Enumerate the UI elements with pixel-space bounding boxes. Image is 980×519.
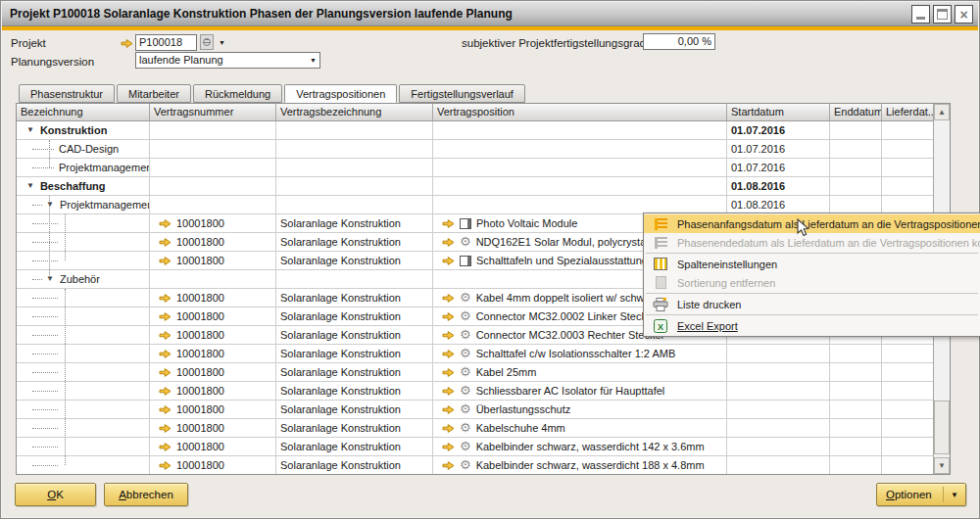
cell-bezeichnung bbox=[17, 233, 150, 251]
cell-vertragsbezeichnung bbox=[276, 270, 433, 288]
cell-vertragsposition: ⚙Kabel 25mm bbox=[433, 363, 727, 381]
link-arrow-icon[interactable] bbox=[159, 460, 172, 471]
link-arrow-icon[interactable] bbox=[159, 330, 172, 341]
planungsversion-value: laufende Planung bbox=[139, 54, 223, 67]
link-arrow-icon[interactable] bbox=[442, 404, 455, 415]
planungsversion-select[interactable]: laufende Planung ▼ bbox=[135, 52, 320, 69]
link-arrow-icon[interactable] bbox=[159, 237, 172, 248]
table-row[interactable]: 10001800Solaranlage Konstruktion⚙Schaltt… bbox=[17, 345, 935, 363]
link-arrow-icon[interactable] bbox=[121, 38, 133, 49]
table-row[interactable]: Projektmanagement01.07.2016 bbox=[17, 159, 935, 177]
tab-mitarbeiter[interactable]: Mitarbeiter bbox=[117, 84, 191, 103]
cell-vertragsbezeichnung: Solaranlage Konstruktion bbox=[276, 233, 433, 251]
projekt-dropdown-icon[interactable]: ▼ bbox=[219, 39, 225, 46]
link-arrow-icon[interactable] bbox=[159, 311, 172, 322]
table-row[interactable]: 10001800Solaranlage Konstruktion⚙Kabel 2… bbox=[17, 363, 935, 382]
table-row[interactable]: 10001800Solaranlage Konstruktion⚙Kabelsc… bbox=[17, 419, 935, 438]
column-header[interactable]: Enddatum bbox=[830, 104, 882, 120]
planungsversion-label: Planungsversion bbox=[11, 56, 94, 68]
table-row[interactable]: 10001800Solaranlage Konstruktion⚙Überlas… bbox=[17, 401, 935, 419]
link-arrow-icon[interactable] bbox=[442, 460, 455, 471]
link-arrow-icon[interactable] bbox=[442, 237, 455, 248]
ok-button[interactable]: OK bbox=[15, 483, 96, 506]
link-arrow-icon[interactable] bbox=[442, 311, 455, 322]
table-row[interactable]: ▼Konstruktion01.07.2016 bbox=[17, 121, 935, 140]
column-header[interactable]: Vertragsposition bbox=[433, 104, 727, 120]
expand-icon[interactable]: ▼ bbox=[26, 121, 34, 139]
column-header[interactable]: Startdatum bbox=[727, 104, 830, 120]
link-arrow-icon[interactable] bbox=[159, 218, 172, 229]
tab-fertigstellungsverlauf[interactable]: Fertigstellungsverlauf bbox=[399, 84, 525, 103]
column-header[interactable]: Lieferdat... bbox=[882, 104, 935, 120]
cell-startdatum: 01.07.2016 bbox=[727, 121, 830, 139]
context-menu-item[interactable]: XExcel Export bbox=[644, 316, 980, 335]
link-arrow-icon[interactable] bbox=[159, 423, 172, 434]
context-menu-item[interactable]: Liste drucken bbox=[644, 295, 980, 313]
cell-vertragsposition bbox=[433, 121, 727, 139]
cell-vertragsnummer bbox=[150, 121, 276, 139]
optionen-button[interactable]: Optionen ▼ bbox=[876, 483, 966, 506]
link-arrow-icon[interactable] bbox=[159, 256, 172, 266]
context-menu-item[interactable]: Phasenanfangsdatum als Lieferdatum an di… bbox=[644, 214, 980, 233]
table-row[interactable]: CAD-Design01.07.2016 bbox=[17, 140, 935, 159]
link-arrow-icon[interactable] bbox=[159, 442, 172, 452]
cell-vertragsbezeichnung: Solaranlage Konstruktion bbox=[276, 345, 433, 362]
context-menu-item[interactable]: Phasenendedatum als Lieferdatum an die V… bbox=[644, 233, 980, 252]
minimize-icon bbox=[916, 17, 925, 20]
cell-startdatum: 01.08.2016 bbox=[727, 196, 830, 213]
context-menu-item[interactable]: Sortierung entfernen bbox=[644, 273, 980, 292]
scroll-down-icon[interactable]: ▼ bbox=[934, 457, 950, 474]
scroll-up-icon[interactable]: ▲ bbox=[934, 104, 950, 120]
link-arrow-icon[interactable] bbox=[442, 349, 455, 359]
fertigstellungsgrad-label: subjektiver Projektfertigstellungsgrad bbox=[462, 37, 646, 49]
close-button[interactable]: × bbox=[955, 5, 973, 24]
cell-vertragsnummer: 10001800 bbox=[150, 419, 276, 437]
link-arrow-icon[interactable] bbox=[442, 256, 455, 266]
expand-icon[interactable]: ▼ bbox=[26, 177, 34, 195]
column-header[interactable]: Bezeichnung bbox=[17, 104, 150, 120]
cell-bezeichnung bbox=[17, 363, 150, 381]
selection-list-icon[interactable] bbox=[200, 34, 214, 50]
svg-text:X: X bbox=[658, 321, 663, 331]
link-arrow-icon[interactable] bbox=[159, 404, 172, 415]
abbrechen-button[interactable]: Abbrechen bbox=[104, 483, 188, 506]
table-row[interactable]: ▼Beschaffung01.08.2016 bbox=[17, 177, 935, 196]
column-settings-icon bbox=[654, 258, 667, 270]
context-menu-item[interactable]: Spalteneinstellungen bbox=[644, 255, 980, 273]
tree-line bbox=[49, 140, 50, 167]
cell-bezeichnung: ▼Projektmanagement bbox=[17, 196, 150, 213]
scrollbar-thumb[interactable] bbox=[934, 401, 950, 454]
tab-vertragspositionen[interactable]: Vertragspositionen bbox=[284, 84, 397, 103]
cell-bezeichnung bbox=[17, 289, 150, 307]
minimize-button[interactable] bbox=[911, 5, 930, 24]
cell-vertragsnummer: 10001800 bbox=[150, 456, 276, 474]
table-row[interactable]: 10001800Solaranlage Konstruktion⚙Schlies… bbox=[17, 382, 935, 401]
link-arrow-icon[interactable] bbox=[442, 293, 455, 304]
column-header[interactable]: Vertragsbezeichnung bbox=[276, 104, 433, 120]
link-arrow-icon[interactable] bbox=[442, 423, 455, 434]
link-arrow-icon[interactable] bbox=[442, 218, 455, 229]
link-arrow-icon[interactable] bbox=[159, 349, 172, 359]
link-arrow-icon[interactable] bbox=[159, 386, 172, 397]
cell-startdatum bbox=[727, 456, 830, 474]
title-bar[interactable]: Projekt P100018 Solaranlage Konstruktion… bbox=[2, 2, 978, 26]
maximize-button[interactable] bbox=[933, 5, 952, 24]
projekt-input[interactable]: P100018 bbox=[135, 34, 197, 51]
table-row[interactable]: 10001800Solaranlage Konstruktion⚙Kabelbi… bbox=[17, 438, 935, 456]
link-arrow-icon[interactable] bbox=[442, 367, 455, 378]
tab-phasenstruktur[interactable]: Phasenstruktur bbox=[19, 84, 115, 103]
fertigstellungsgrad-input[interactable]: 0,00 % bbox=[643, 33, 715, 50]
gear-icon: ⚙ bbox=[460, 236, 471, 248]
tab-rückmeldung[interactable]: Rückmeldung bbox=[193, 84, 282, 103]
link-arrow-icon[interactable] bbox=[442, 386, 455, 397]
link-arrow-icon[interactable] bbox=[442, 442, 455, 452]
link-arrow-icon[interactable] bbox=[159, 367, 172, 378]
link-arrow-icon[interactable] bbox=[159, 293, 172, 304]
cell-vertragsbezeichnung: Solaranlage Konstruktion bbox=[276, 363, 433, 381]
cell-vertragsbezeichnung: Solaranlage Konstruktion bbox=[276, 252, 433, 269]
table-row[interactable]: 10001800Solaranlage Konstruktion⚙Kabelbi… bbox=[17, 456, 935, 475]
link-arrow-icon[interactable] bbox=[442, 330, 455, 341]
menu-separator bbox=[646, 314, 978, 315]
package-icon bbox=[460, 218, 471, 229]
column-header[interactable]: Vertragsnummer bbox=[150, 104, 276, 120]
